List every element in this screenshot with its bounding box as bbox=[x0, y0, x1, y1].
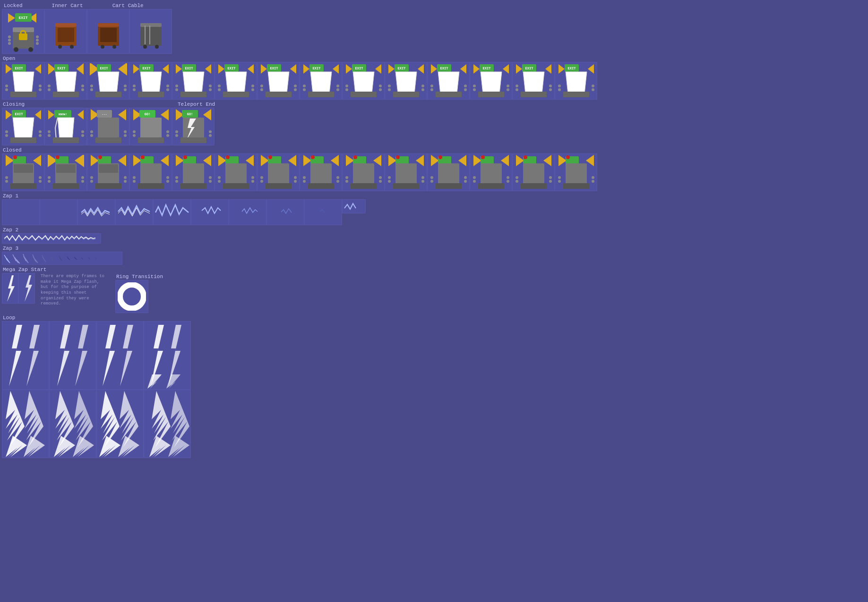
svg-marker-390 bbox=[118, 436, 139, 457]
svg-point-139 bbox=[430, 88, 433, 91]
svg-point-335 bbox=[464, 180, 467, 183]
svg-point-69 bbox=[133, 88, 136, 91]
svg-text:KNOW!: KNOW! bbox=[58, 113, 67, 116]
svg-point-149 bbox=[473, 88, 476, 91]
svg-point-99 bbox=[260, 88, 263, 91]
svg-marker-66 bbox=[140, 72, 162, 94]
svg-rect-37 bbox=[10, 92, 36, 97]
svg-point-304 bbox=[336, 176, 339, 179]
svg-point-131 bbox=[421, 88, 424, 91]
svg-text:EXIT: EXIT bbox=[57, 67, 65, 70]
svg-marker-93 bbox=[290, 64, 296, 74]
svg-rect-251 bbox=[95, 183, 121, 189]
svg-point-305 bbox=[336, 180, 339, 183]
svg-marker-357 bbox=[586, 155, 594, 166]
cart-cable-label: Cart Cable bbox=[112, 2, 144, 9]
svg-point-269 bbox=[183, 155, 187, 159]
svg-marker-76 bbox=[183, 72, 204, 94]
svg-point-282 bbox=[218, 176, 221, 179]
locked-sprite-1: EXIT bbox=[2, 9, 44, 54]
svg-point-334 bbox=[464, 176, 467, 179]
svg-text:EXIT: EXIT bbox=[100, 67, 108, 70]
svg-point-168 bbox=[558, 85, 561, 87]
svg-point-209 bbox=[133, 134, 136, 137]
svg-rect-177 bbox=[10, 137, 36, 143]
svg-rect-240 bbox=[53, 183, 79, 189]
svg-point-344 bbox=[507, 176, 509, 179]
svg-rect-260 bbox=[140, 163, 162, 186]
closed-frame-8 bbox=[300, 153, 342, 191]
loop-frame-3 bbox=[96, 321, 144, 390]
svg-point-315 bbox=[379, 180, 382, 183]
svg-marker-367 bbox=[25, 275, 32, 302]
open-frame-13: EXIT bbox=[512, 62, 555, 100]
svg-point-339 bbox=[481, 155, 485, 159]
svg-rect-2 bbox=[19, 34, 27, 40]
svg-rect-290 bbox=[268, 163, 289, 186]
closed-frame-4 bbox=[129, 153, 172, 191]
svg-point-171 bbox=[592, 88, 594, 91]
svg-rect-47 bbox=[53, 92, 79, 97]
zap1-frame-small bbox=[342, 199, 366, 213]
svg-point-11 bbox=[8, 39, 11, 42]
zap1-frame-3 bbox=[153, 199, 191, 225]
svg-point-50 bbox=[81, 85, 84, 87]
loop-row-2 bbox=[2, 390, 866, 458]
svg-marker-153 bbox=[545, 64, 551, 74]
svg-marker-86 bbox=[225, 72, 247, 94]
svg-point-15 bbox=[36, 42, 39, 45]
svg-point-199 bbox=[90, 134, 93, 137]
svg-text:EXIT: EXIT bbox=[15, 67, 23, 70]
svg-marker-116 bbox=[353, 72, 374, 94]
closed-frame-6 bbox=[215, 153, 257, 191]
zap1-frame-7 bbox=[304, 199, 342, 225]
svg-rect-351 bbox=[521, 183, 547, 189]
svg-point-222 bbox=[209, 134, 212, 137]
open-frame-9: EXIT bbox=[342, 62, 385, 100]
svg-point-201 bbox=[124, 134, 127, 137]
svg-point-8 bbox=[14, 47, 18, 52]
mega-zap-label: Mega Zap Start bbox=[2, 266, 866, 273]
svg-rect-22 bbox=[98, 23, 119, 27]
svg-point-255 bbox=[124, 180, 127, 183]
svg-marker-256 bbox=[133, 155, 141, 166]
svg-marker-316 bbox=[388, 155, 396, 166]
svg-marker-122 bbox=[388, 64, 395, 74]
svg-marker-371 bbox=[57, 325, 70, 386]
svg-point-292 bbox=[260, 176, 263, 179]
svg-point-78 bbox=[175, 85, 178, 87]
svg-point-254 bbox=[124, 176, 127, 179]
open-frame-4: EXIT bbox=[129, 62, 172, 100]
svg-point-322 bbox=[388, 176, 391, 179]
svg-point-353 bbox=[516, 180, 518, 183]
mega-zap-comment: There are empty frames to make it Mega Z… bbox=[35, 273, 111, 313]
svg-point-191 bbox=[81, 134, 84, 137]
svg-point-313 bbox=[345, 180, 348, 183]
svg-marker-374 bbox=[120, 325, 133, 386]
svg-point-279 bbox=[226, 155, 230, 159]
svg-marker-53 bbox=[118, 63, 127, 76]
svg-rect-17 bbox=[55, 23, 77, 27]
svg-point-161 bbox=[549, 88, 552, 91]
svg-marker-112 bbox=[346, 64, 352, 74]
svg-marker-46 bbox=[55, 72, 77, 94]
svg-marker-394 bbox=[168, 436, 189, 457]
svg-text:EXIT: EXIT bbox=[355, 67, 363, 70]
svg-rect-167 bbox=[563, 92, 589, 97]
open-frame-12: EXIT bbox=[470, 62, 512, 100]
closed-frame-11 bbox=[427, 153, 470, 191]
svg-point-181 bbox=[39, 134, 42, 137]
svg-marker-347 bbox=[543, 155, 551, 166]
svg-point-48 bbox=[48, 85, 51, 87]
zap3-label: Zap 3 bbox=[2, 245, 866, 252]
svg-marker-287 bbox=[288, 155, 296, 166]
svg-marker-245 bbox=[91, 155, 99, 166]
svg-rect-57 bbox=[95, 92, 121, 97]
svg-rect-271 bbox=[180, 183, 206, 189]
svg-rect-250 bbox=[99, 164, 118, 173]
svg-rect-197 bbox=[95, 137, 121, 143]
svg-point-25 bbox=[112, 45, 116, 49]
svg-point-253 bbox=[90, 180, 93, 183]
svg-marker-370 bbox=[26, 325, 40, 386]
svg-point-248 bbox=[98, 155, 102, 159]
